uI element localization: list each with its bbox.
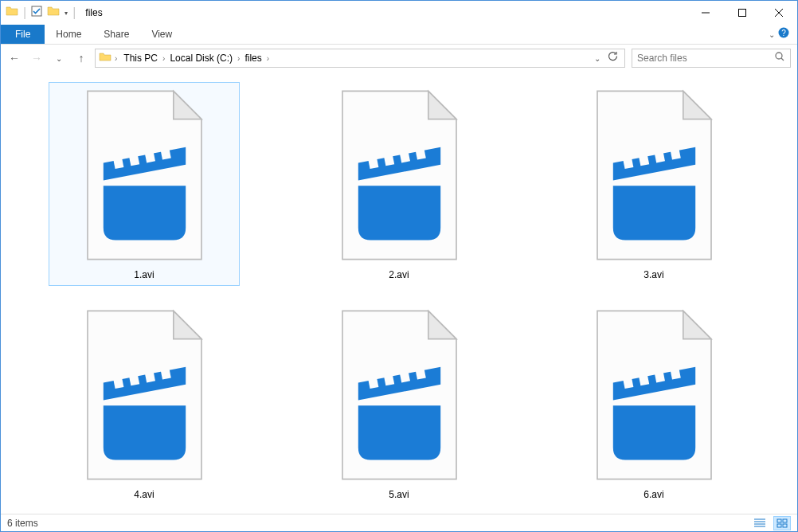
svg-rect-7	[777, 524, 781, 527]
file-grid: 1.avi2.avi3.avi4.avi5.avi6.avi	[25, 82, 773, 506]
file-label: 1.avi	[54, 269, 234, 280]
video-file-icon	[79, 88, 210, 263]
divider: |	[23, 6, 26, 20]
search-bar[interactable]	[632, 49, 791, 68]
file-item[interactable]: 6.avi	[558, 302, 749, 506]
breadcrumb: This PC › Local Disk (C:) › files ›	[120, 53, 591, 64]
search-icon[interactable]	[774, 51, 785, 65]
file-label: 6.avi	[564, 489, 744, 500]
breadcrumb-part[interactable]: This PC	[120, 53, 161, 64]
up-button[interactable]: ↑	[74, 52, 88, 65]
file-item[interactable]: 5.avi	[303, 302, 495, 506]
close-button[interactable]	[761, 1, 797, 25]
tab-file[interactable]: File	[1, 25, 45, 44]
video-file-icon	[589, 307, 720, 483]
status-count: 6 items	[7, 518, 38, 529]
breadcrumb-part[interactable]: Local Disk (C:)	[166, 53, 236, 64]
file-item[interactable]: 2.avi	[303, 82, 495, 286]
titlebar-left: | ▾ | files	[1, 5, 103, 21]
status-bar: 6 items	[1, 514, 797, 531]
file-area[interactable]: 1.avi2.avi3.avi4.avi5.avi6.avi	[1, 74, 797, 514]
tab-view[interactable]: View	[140, 25, 183, 44]
svg-rect-8	[783, 524, 787, 527]
divider: |	[72, 6, 76, 20]
file-item[interactable]: 1.avi	[49, 82, 240, 286]
chevron-right-icon[interactable]: ›	[115, 54, 117, 63]
folder-icon	[99, 50, 111, 66]
ribbon-help[interactable]: ⌄ ?	[773, 25, 797, 44]
video-file-icon	[79, 307, 210, 483]
ribbon-spacer	[183, 25, 773, 44]
minimize-button[interactable]	[687, 1, 724, 25]
search-input[interactable]	[637, 53, 765, 64]
help-icon[interactable]: ?	[778, 27, 789, 41]
chevron-down-icon[interactable]: ⌄	[769, 30, 775, 39]
address-bar[interactable]: › This PC › Local Disk (C:) › files › ⌄	[95, 49, 625, 68]
file-item[interactable]: 3.avi	[558, 82, 749, 286]
folder-icon	[6, 5, 18, 21]
nav-buttons: ← → ⌄ ↑	[7, 52, 88, 65]
tab-home[interactable]: Home	[45, 25, 92, 44]
nav-row: ← → ⌄ ↑ › This PC › Local Disk (C:) › fi…	[1, 45, 797, 72]
checkbox-icon[interactable]	[31, 6, 42, 20]
file-label: 2.avi	[309, 269, 489, 280]
dropdown-icon[interactable]: ⌄	[594, 54, 600, 63]
breadcrumb-part[interactable]: files	[241, 53, 264, 64]
svg-rect-6	[783, 519, 787, 522]
window-title: files	[85, 7, 102, 18]
qa-dropdown-icon[interactable]: ▾	[65, 10, 68, 17]
chevron-right-icon[interactable]: ›	[162, 54, 165, 63]
back-button[interactable]: ←	[7, 52, 22, 65]
view-icons-button[interactable]	[773, 516, 791, 530]
titlebar: | ▾ | files	[1, 1, 797, 25]
video-file-icon	[334, 88, 465, 263]
ribbon-tabs: File Home Share View ⌄ ?	[1, 25, 797, 45]
file-item[interactable]: 4.avi	[49, 302, 240, 506]
view-details-button[interactable]	[751, 516, 769, 530]
recent-dropdown-icon[interactable]: ⌄	[52, 54, 66, 63]
file-label: 4.avi	[54, 489, 234, 500]
svg-text:?: ?	[781, 29, 786, 37]
tab-share[interactable]: Share	[92, 25, 140, 44]
svg-point-4	[776, 53, 782, 59]
file-label: 5.avi	[309, 489, 489, 500]
file-label: 3.avi	[564, 269, 744, 280]
forward-button[interactable]: →	[29, 52, 44, 65]
address-right: ⌄	[594, 51, 621, 65]
chevron-right-icon[interactable]: ›	[267, 54, 269, 63]
window-controls	[687, 1, 797, 25]
folder-icon-small[interactable]	[47, 5, 60, 21]
status-right	[751, 516, 791, 530]
svg-rect-5	[777, 519, 781, 522]
maximize-button[interactable]	[724, 1, 761, 25]
refresh-icon[interactable]	[607, 51, 618, 65]
video-file-icon	[334, 307, 465, 483]
svg-rect-1	[739, 10, 746, 17]
chevron-right-icon[interactable]: ›	[237, 54, 240, 63]
video-file-icon	[589, 88, 720, 263]
